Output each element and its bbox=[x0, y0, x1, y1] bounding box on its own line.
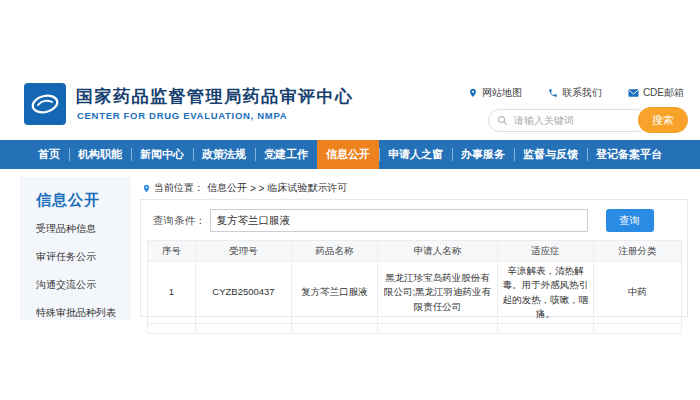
sidebar-item-communication[interactable]: 沟通交流公示 bbox=[36, 278, 131, 292]
sidebar-item-review-tasks[interactable]: 审评任务公示 bbox=[36, 250, 131, 264]
nav-item-home[interactable]: 首页 bbox=[29, 140, 69, 169]
query-label: 查询条件： bbox=[153, 214, 206, 228]
table-empty-row bbox=[148, 324, 682, 334]
cell-acceptance-no: CYZB2500437 bbox=[196, 262, 292, 324]
nav-item-registration-platform[interactable]: 登记备案平台 bbox=[587, 140, 671, 169]
logo-swoosh-icon bbox=[29, 88, 61, 120]
breadcrumb-section[interactable]: 信息公开 bbox=[207, 181, 247, 195]
nav-item-info-disclosure[interactable]: 信息公开 bbox=[317, 140, 379, 169]
cell-registration-class: 中药 bbox=[594, 262, 682, 324]
col-header-drug-name: 药品名称 bbox=[292, 241, 378, 262]
breadcrumb-prefix: 当前位置： bbox=[154, 181, 204, 195]
breadcrumb-current: 临床试验默示许可 bbox=[267, 181, 347, 195]
main-nav: 首页 机构职能 新闻中心 政策法规 党建工作 信息公开 申请人之窗 办事服务 监… bbox=[0, 140, 700, 169]
nav-item-applicant-window[interactable]: 申请人之窗 bbox=[379, 140, 452, 169]
contact-label: 联系我们 bbox=[562, 86, 602, 100]
location-pin-icon bbox=[468, 88, 478, 98]
col-header-seq: 序号 bbox=[148, 241, 196, 262]
sitemap-label: 网站地图 bbox=[482, 86, 522, 100]
cell-applicant: 黑龙江珍宝岛药业股份有限公司;黑龙江羽迪药业有限责任公司 bbox=[378, 262, 498, 324]
sidebar-item-special-approval[interactable]: 特殊审批品种列表 bbox=[36, 306, 131, 320]
cde-mail-label: CDE邮箱 bbox=[643, 86, 684, 100]
breadcrumb-pin-icon bbox=[142, 183, 151, 194]
table-row: 1 CYZB2500437 复方芩兰口服液 黑龙江珍宝岛药业股份有限公司;黑龙江… bbox=[148, 262, 682, 324]
col-header-applicant: 申请人名称 bbox=[378, 241, 498, 262]
sidebar-title: 信息公开 bbox=[36, 191, 131, 210]
breadcrumb: 当前位置： 信息公开 > > 临床试验默示许可 bbox=[142, 181, 347, 195]
cell-indication: 辛凉解表，清热解毒。用于外感风热引起的发热，咳嗽，咽痛。 bbox=[498, 262, 594, 324]
search-icon bbox=[497, 115, 508, 126]
header-search: 搜索 bbox=[488, 107, 688, 133]
nav-item-policies[interactable]: 政策法规 bbox=[193, 140, 255, 169]
cde-logo-icon[interactable] bbox=[24, 83, 66, 125]
sitemap-link[interactable]: 网站地图 bbox=[468, 86, 522, 100]
search-input[interactable] bbox=[488, 109, 648, 132]
col-header-acceptance-no: 受理号 bbox=[196, 241, 292, 262]
cell-drug-name: 复方芩兰口服液 bbox=[292, 262, 378, 324]
nav-item-party[interactable]: 党建工作 bbox=[255, 140, 317, 169]
col-header-indication: 适应症 bbox=[498, 241, 594, 262]
phone-icon bbox=[548, 88, 558, 98]
table-header-row: 序号 受理号 药品名称 申请人名称 适应症 注册分类 bbox=[148, 241, 682, 262]
sidebar-item-accepted-varieties[interactable]: 受理品种信息 bbox=[36, 222, 131, 236]
col-header-registration-class: 注册分类 bbox=[594, 241, 682, 262]
cell-seq: 1 bbox=[148, 262, 196, 324]
breadcrumb-separator: > > bbox=[250, 183, 264, 194]
site-title: 国家药品监督管理局药品审评中心 bbox=[76, 85, 354, 108]
results-panel: 查询条件： 查询 序号 受理号 药品名称 申请人名称 适应症 注册分类 bbox=[140, 199, 688, 317]
nav-item-supervision[interactable]: 监督与反馈 bbox=[514, 140, 587, 169]
search-button[interactable]: 搜索 bbox=[638, 107, 688, 133]
contact-link[interactable]: 联系我们 bbox=[548, 86, 602, 100]
site-subtitle: CENTER FOR DRUG EVALUATION, NMPA bbox=[77, 110, 287, 121]
query-button[interactable]: 查询 bbox=[606, 209, 654, 232]
page: 国家药品监督管理局药品审评中心 CENTER FOR DRUG EVALUATI… bbox=[0, 0, 700, 400]
site-header: 国家药品监督管理局药品审评中心 CENTER FOR DRUG EVALUATI… bbox=[0, 80, 700, 138]
nav-item-news[interactable]: 新闻中心 bbox=[131, 140, 193, 169]
envelope-icon bbox=[628, 88, 639, 98]
cde-mail-link[interactable]: CDE邮箱 bbox=[628, 86, 684, 100]
nav-item-services[interactable]: 办事服务 bbox=[452, 140, 514, 169]
query-input[interactable] bbox=[210, 209, 588, 232]
nav-item-functions[interactable]: 机构职能 bbox=[69, 140, 131, 169]
results-table: 序号 受理号 药品名称 申请人名称 适应症 注册分类 1 CYZB2500437… bbox=[147, 240, 682, 334]
query-row: 查询条件： 查询 bbox=[153, 209, 679, 232]
sidebar: 信息公开 受理品种信息 审评任务公示 沟通交流公示 特殊审批品种列表 bbox=[20, 177, 131, 320]
header-links: 网站地图 联系我们 CDE邮箱 bbox=[468, 86, 684, 100]
